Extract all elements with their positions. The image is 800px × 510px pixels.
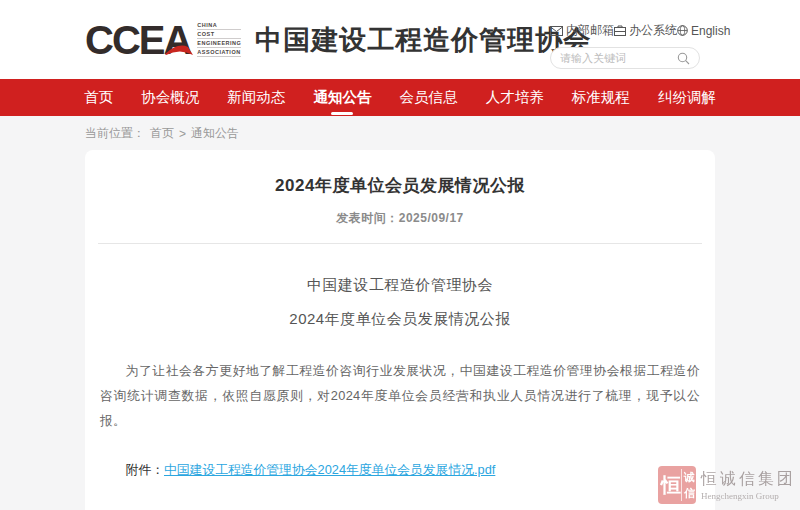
watermark-group-name: 恒诚信集团 [701, 469, 796, 490]
nav-item-dispute-mediation[interactable]: 纠纷调解 [652, 84, 722, 111]
watermark-group-name-en: Hengchengxin Group [701, 491, 796, 501]
quick-links: 内部邮箱 办公系统 English [550, 22, 700, 39]
article-meta: 发表时间：2025/09/17 [85, 210, 715, 227]
mail-icon [550, 26, 563, 36]
search-box[interactable] [550, 47, 700, 69]
nav-item-home[interactable]: 首页 [78, 84, 119, 111]
seal-char-top-right: 诚 [684, 469, 695, 485]
ccea-logo-subtext: CHINA COST ENGINEERING ASSOCIATION [197, 22, 241, 57]
globe-icon [677, 25, 688, 36]
attachment-pdf-link[interactable]: 中国建设工程造价管理协会2024年度单位会员发展情况.pdf [164, 462, 495, 477]
seal-char-left: 恒 [661, 469, 682, 501]
nav-item-news[interactable]: 新闻动态 [221, 84, 291, 111]
doc-heading-subject: 2024年度单位会员发展情况公报 [85, 310, 715, 329]
nav-item-member-info[interactable]: 会员信息 [394, 84, 464, 111]
attachment-label: 附件： [126, 462, 164, 477]
breadcrumb-separator: > [179, 127, 186, 141]
logo-subtext-line: ENGINEERING [197, 40, 241, 48]
seal-right-column: 诚 信 [684, 469, 695, 501]
quick-link-label: 办公系统 [629, 22, 677, 39]
nav-item-association-overview[interactable]: 协会概况 [135, 84, 205, 111]
breadcrumb: 当前位置： 首页 > 通知公告 [85, 125, 800, 142]
seal-char-bottom-right: 信 [684, 485, 695, 501]
ccea-logo[interactable]: CCEA CHINA COST ENGINEERING ASSOCIATION [85, 20, 241, 60]
site-title: 中国建设工程造价管理协会 [255, 22, 591, 58]
title-divider [98, 243, 702, 244]
main-nav-inner: 首页 协会概况 新闻动态 通知公告 会员信息 人才培养 标准规程 纠纷调解 [78, 79, 722, 116]
briefcase-icon [614, 25, 626, 36]
nav-item-standards[interactable]: 标准规程 [566, 84, 636, 111]
office-system-link[interactable]: 办公系统 [614, 22, 677, 39]
quick-link-label: 内部邮箱 [566, 22, 614, 39]
ccea-logo-acronym: CCEA [85, 20, 190, 60]
publish-time-label: 发表时间： [336, 211, 399, 225]
internal-mail-link[interactable]: 内部邮箱 [550, 22, 614, 39]
hengchengxin-watermark: 恒 诚 信 恒诚信集团 Hengchengxin Group [658, 466, 796, 504]
quick-link-label: English [691, 24, 730, 38]
publish-time-value: 2025/09/17 [399, 211, 464, 225]
article-title: 2024年度单位会员发展情况公报 [85, 174, 715, 197]
header-right-tools: 内部邮箱 办公系统 English [550, 22, 700, 69]
doc-paragraph: 为了让社会各方更好地了解工程造价咨询行业发展状况，中国建设工程造价管理协会根据工… [100, 358, 700, 433]
nav-item-notices[interactable]: 通知公告 [307, 84, 377, 111]
site-header: CCEA CHINA COST ENGINEERING ASSOCIATION … [0, 0, 800, 79]
search-icon[interactable] [677, 52, 690, 65]
search-input[interactable] [560, 52, 677, 64]
article-card: 2024年度单位会员发展情况公报 发表时间：2025/09/17 中国建设工程造… [85, 150, 715, 510]
doc-heading-org: 中国建设工程造价管理协会 [85, 276, 715, 295]
logo-subtext-line: COST [197, 31, 241, 39]
logo-subtext-line: CHINA [197, 22, 241, 30]
breadcrumb-home-link[interactable]: 首页 [150, 125, 174, 142]
hengchengxin-seal-icon: 恒 诚 信 [658, 466, 696, 504]
nav-item-talent-training[interactable]: 人才培养 [480, 84, 550, 111]
main-nav: 首页 协会概况 新闻动态 通知公告 会员信息 人才培养 标准规程 纠纷调解 [0, 79, 800, 116]
attachment-row: 附件：中国建设工程造价管理协会2024年度单位会员发展情况.pdf [100, 462, 700, 479]
logo-subtext-line: ASSOCIATION [197, 49, 241, 57]
breadcrumb-prefix: 当前位置： [85, 125, 145, 142]
english-link[interactable]: English [677, 24, 730, 38]
breadcrumb-current: 通知公告 [191, 125, 239, 142]
logo-red-swoosh-icon [164, 44, 194, 56]
watermark-text: 恒诚信集团 Hengchengxin Group [701, 469, 796, 501]
